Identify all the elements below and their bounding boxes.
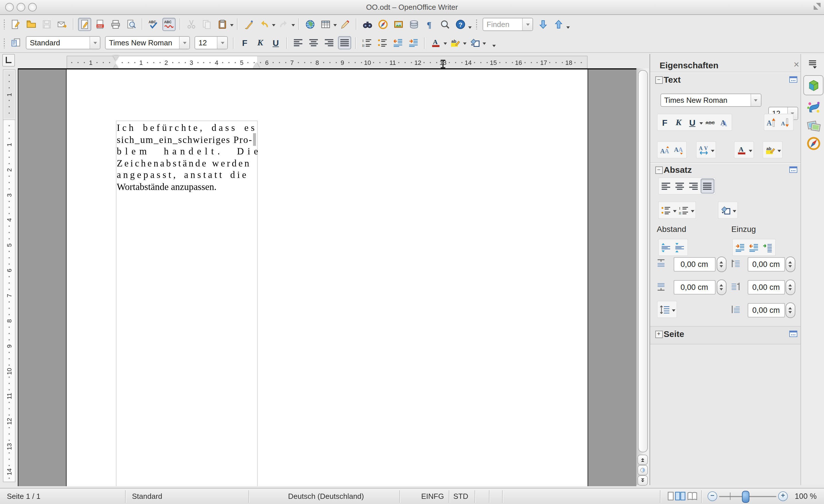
- gallery-icon[interactable]: [392, 17, 405, 31]
- export-pdf-icon[interactable]: [94, 17, 107, 31]
- previous-page-icon[interactable]: [637, 455, 648, 465]
- font-color-dropdown-icon[interactable]: [443, 42, 447, 46]
- right-indent-marker[interactable]: [253, 63, 260, 68]
- sidebar-align-left-icon[interactable]: [659, 179, 673, 193]
- status-selection-mode[interactable]: STD: [453, 492, 468, 501]
- status-page[interactable]: Seite 1 / 1: [7, 492, 40, 501]
- navigator-icon[interactable]: [377, 17, 390, 31]
- edit-file-icon[interactable]: [78, 17, 91, 31]
- after-indent-stepper[interactable]: [785, 280, 795, 295]
- fullscreen-icon[interactable]: [814, 3, 821, 10]
- underline-button[interactable]: U: [269, 36, 282, 49]
- sidebar-numbered-list-icon[interactable]: [677, 203, 691, 218]
- vertical-scrollbar[interactable]: [636, 68, 649, 485]
- cut-icon[interactable]: [185, 17, 198, 31]
- spellcheck-icon[interactable]: [147, 17, 160, 31]
- sidebar-font-dropdown-icon[interactable]: [750, 94, 760, 106]
- find-up-icon[interactable]: [552, 17, 565, 31]
- navigator-tab-icon[interactable]: [803, 133, 823, 153]
- auto-spellcheck-icon[interactable]: [163, 17, 176, 31]
- below-spacing-stepper[interactable]: [716, 280, 726, 295]
- before-indent-field[interactable]: 0,00 cm: [747, 257, 785, 272]
- sidebar-font-name-select[interactable]: Times New Roman: [660, 94, 761, 107]
- text-dialog-launcher-icon[interactable]: [789, 75, 797, 86]
- styles-formatting-tab-icon[interactable]: [803, 97, 823, 117]
- redo-dropdown-icon[interactable]: [292, 24, 295, 28]
- multi-page-view-icon[interactable]: [675, 491, 686, 502]
- bullet-list-dropdown-icon[interactable]: [673, 210, 676, 214]
- undo-icon[interactable]: [258, 17, 271, 31]
- formatting-marks-icon[interactable]: [423, 17, 436, 31]
- align-center-icon[interactable]: [307, 36, 320, 49]
- sidebar-menu-icon[interactable]: [807, 59, 818, 69]
- sidebar-close-icon[interactable]: ✕: [793, 60, 800, 69]
- help-icon[interactable]: [454, 17, 467, 31]
- format-paintbrush-icon[interactable]: [242, 17, 255, 31]
- gallery-tab-icon[interactable]: [803, 115, 823, 135]
- font-name-select[interactable]: Times New Roman: [105, 36, 190, 49]
- paragraph-style-select[interactable]: Standard: [26, 36, 100, 49]
- numbered-list-icon[interactable]: [360, 36, 374, 49]
- sidebar-font-color-icon[interactable]: [735, 142, 748, 157]
- sidebar-bold-button[interactable]: F: [658, 115, 672, 130]
- decrease-spacing-icon[interactable]: [673, 240, 687, 255]
- scrollbar-thumb[interactable]: [638, 70, 647, 452]
- align-right-icon[interactable]: [322, 36, 336, 49]
- find-down-icon[interactable]: [536, 17, 550, 31]
- above-spacing-field[interactable]: 0,00 cm: [674, 257, 715, 272]
- show-draw-functions-icon[interactable]: [338, 17, 352, 31]
- font-dropdown-icon[interactable]: [179, 37, 189, 49]
- toolbar-grip[interactable]: [3, 19, 5, 29]
- save-icon[interactable]: [40, 17, 54, 31]
- print-icon[interactable]: [109, 17, 122, 31]
- grow-font-icon[interactable]: [764, 115, 779, 130]
- tab-stop-selector[interactable]: [2, 54, 15, 67]
- title-bar[interactable]: OO.odt – OpenOffice Writer: [0, 0, 824, 15]
- bullet-list-icon[interactable]: [376, 36, 389, 49]
- formatting-overflow-icon[interactable]: [492, 45, 496, 49]
- paste-icon[interactable]: [216, 17, 229, 31]
- find-replace-icon[interactable]: [361, 17, 374, 31]
- italic-button[interactable]: K: [253, 36, 267, 49]
- find-input[interactable]: Finden: [483, 17, 533, 31]
- hanging-indent-icon[interactable]: [760, 240, 775, 255]
- decrease-indent-icon[interactable]: [391, 36, 405, 49]
- background-color-icon[interactable]: [468, 36, 482, 49]
- below-spacing-field[interactable]: 0,00 cm: [674, 280, 715, 295]
- sidebar-italic-button[interactable]: K: [672, 115, 686, 130]
- sidebar-align-right-icon[interactable]: [687, 179, 700, 193]
- sidebar-decrease-indent-icon[interactable]: [747, 240, 760, 255]
- sidebar-bullet-list-icon[interactable]: [659, 203, 673, 218]
- paragraph-background-icon[interactable]: [719, 203, 732, 218]
- justify-icon[interactable]: [338, 36, 351, 49]
- above-spacing-stepper[interactable]: [716, 257, 726, 272]
- sidebar-align-center-icon[interactable]: [673, 179, 687, 193]
- bold-button[interactable]: F: [238, 36, 251, 49]
- paste-dropdown-icon[interactable]: [230, 24, 233, 28]
- page-dialog-launcher-icon[interactable]: [789, 329, 797, 340]
- properties-tab-icon[interactable]: [803, 75, 823, 95]
- sidebar-underline-dropdown-icon[interactable]: [699, 122, 703, 126]
- zoom-in-icon[interactable]: +: [778, 491, 788, 501]
- document-text[interactable]: Ich befürchte, dass essich_um_ein_schwie…: [117, 122, 257, 193]
- find-dropdown-icon[interactable]: [522, 18, 532, 30]
- highlighting-icon[interactable]: [449, 36, 462, 49]
- increase-spacing-icon[interactable]: [659, 240, 673, 255]
- paragraph-background-dropdown-icon[interactable]: [732, 210, 736, 214]
- character-spacing-icon[interactable]: [697, 142, 711, 157]
- strikethrough-icon[interactable]: [703, 115, 717, 130]
- next-page-icon[interactable]: [637, 475, 648, 486]
- style-dropdown-icon[interactable]: [90, 37, 100, 49]
- line-spacing-icon[interactable]: [658, 302, 672, 317]
- font-color-icon[interactable]: [429, 36, 442, 49]
- sidebar-underline-button[interactable]: U: [686, 115, 699, 130]
- shadow-icon[interactable]: [717, 115, 731, 130]
- background-dropdown-icon[interactable]: [483, 42, 486, 46]
- text-section-collapse-icon[interactable]: −: [655, 76, 662, 84]
- status-language[interactable]: Deutsch (Deutschland): [288, 492, 364, 501]
- undo-dropdown-icon[interactable]: [272, 24, 276, 28]
- first-line-indent-stepper[interactable]: [785, 303, 795, 318]
- size-dropdown-icon[interactable]: [217, 37, 227, 49]
- sidebar-highlighting-dropdown-icon[interactable]: [777, 149, 781, 154]
- paragraph-dialog-launcher-icon[interactable]: [789, 165, 797, 176]
